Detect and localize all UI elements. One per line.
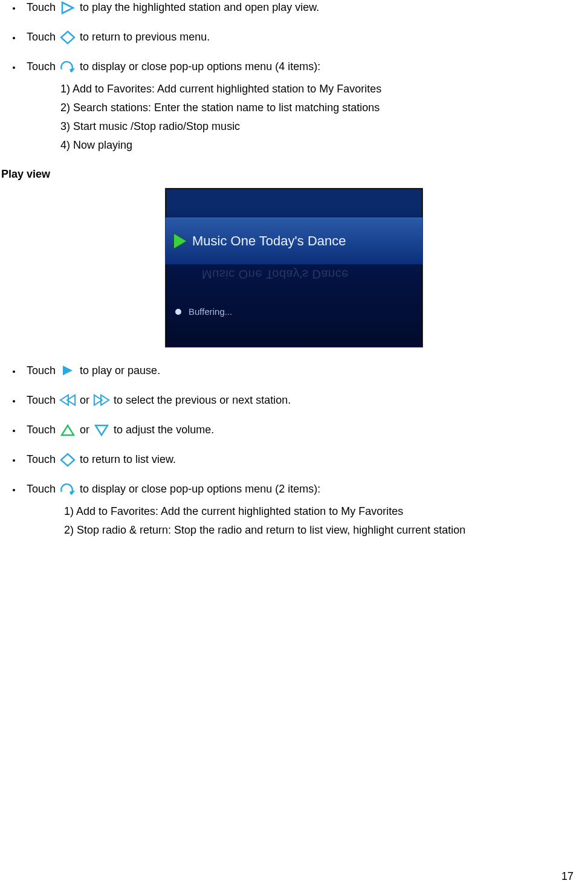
play-solid-icon — [59, 363, 76, 378]
list-number: 1) — [64, 505, 76, 517]
text: to return to list view. — [80, 452, 176, 467]
back-diamond-icon — [59, 453, 76, 467]
svg-marker-10 — [61, 454, 74, 466]
text: Touch — [27, 393, 56, 408]
text: Now playing — [73, 139, 132, 151]
next-icon — [93, 393, 110, 407]
row: Touch or to adjust the volume. — [27, 422, 588, 438]
text: Add to Favorites: Add current highlighte… — [73, 83, 381, 95]
text: Touch — [27, 0, 56, 15]
text: to display or close pop-up options menu … — [80, 59, 320, 74]
page-number: 17 — [561, 870, 573, 883]
svg-marker-0 — [62, 2, 73, 13]
player-screenshot: Music One Today's Dance Music One Today'… — [165, 188, 423, 347]
list-item: 2) Search stations: Enter the station na… — [57, 100, 588, 116]
text: Touch — [27, 363, 56, 378]
svg-marker-8 — [62, 425, 74, 435]
text: Add to Favorites: Add the current highli… — [76, 505, 403, 517]
list-number: 1) — [60, 83, 73, 95]
row: Touch to play or pause. — [27, 363, 588, 378]
play-icon — [174, 234, 186, 248]
vol-down-icon — [93, 423, 110, 438]
prev-icon — [59, 393, 76, 407]
text: to select the previous or next station. — [114, 393, 291, 408]
list-number: 2) — [64, 524, 77, 536]
status-text: Buffering... — [189, 306, 232, 317]
list-item: 3) Start music /Stop radio/Stop music — [57, 118, 588, 135]
screenshot-container: Music One Today's Dance Music One Today'… — [0, 188, 588, 347]
list-item: Touch to play or pause. — [22, 363, 588, 378]
play-outline-icon — [59, 1, 76, 15]
now-playing-strip: Music One Today's Dance Music One Today'… — [166, 218, 422, 265]
text: to return to previous menu. — [80, 30, 210, 45]
text: to adjust the volume. — [114, 422, 214, 438]
station-title-reflection: Music One Today's Dance — [202, 267, 349, 281]
options-arrow-icon — [59, 60, 76, 74]
list-number: 3) — [60, 120, 73, 132]
page: Touch to play the highlighted station an… — [0, 0, 588, 895]
list-item: Touch or to adjust the volume. — [22, 422, 588, 438]
list-item: 4) Now playing — [57, 137, 588, 153]
numbered-sublist-1: 1) Add to Favorites: Add current highlig… — [57, 81, 588, 153]
row: Touch to display or close pop-up options… — [27, 482, 588, 497]
list-item: Touch to return to list view. — [22, 452, 588, 467]
text: Start music /Stop radio/Stop music — [73, 120, 240, 132]
list-number: 2) — [60, 102, 73, 114]
list-item: 2) Stop radio & return: Stop the radio a… — [57, 522, 588, 538]
text: Stop radio & return: Stop the radio and … — [77, 524, 465, 536]
list-item: Touch or to select the previous or next … — [22, 393, 588, 408]
svg-marker-9 — [95, 425, 108, 435]
list-item: Touch to return to previous menu. — [22, 30, 588, 45]
text: to play the highlighted station and open… — [80, 0, 319, 15]
list-number: 4) — [60, 139, 73, 151]
list-item: Touch to display or close pop-up options… — [22, 59, 588, 153]
text: Touch — [27, 422, 56, 438]
svg-marker-1 — [61, 31, 74, 44]
numbered-sublist-2: 1) Add to Favorites: Add the current hig… — [57, 503, 588, 538]
list-item: 1) Add to Favorites: Add current highlig… — [57, 81, 588, 97]
text: Touch — [27, 30, 56, 45]
bullet-list-2: Touch to play or pause. Touch or to sele… — [0, 363, 588, 538]
row: Touch or to select the previous or next … — [27, 393, 588, 408]
text: Touch — [27, 482, 56, 497]
list-item: 1) Add to Favorites: Add the current hig… — [57, 503, 588, 520]
svg-marker-11 — [69, 491, 75, 495]
text: or — [80, 422, 89, 438]
play-view-heading: Play view — [1, 168, 588, 181]
row: Touch to return to list view. — [27, 452, 588, 467]
text: Touch — [27, 59, 56, 74]
options-arrow-icon — [59, 482, 76, 497]
bullet-list-1: Touch to play the highlighted station an… — [0, 0, 588, 153]
vol-up-icon — [59, 423, 76, 438]
status-dot-icon — [175, 309, 181, 315]
text: Touch — [27, 452, 56, 467]
station-title: Music One Today's Dance — [192, 233, 346, 249]
text: to display or close pop-up options menu … — [80, 482, 320, 497]
back-diamond-icon — [59, 30, 76, 45]
svg-marker-2 — [69, 68, 75, 73]
text: or — [80, 393, 89, 408]
status-row: Buffering... — [166, 303, 422, 320]
text: to play or pause. — [80, 363, 160, 378]
list-item: Touch to play the highlighted station an… — [22, 0, 588, 15]
text: Search stations: Enter the station name … — [73, 102, 380, 114]
svg-marker-3 — [63, 366, 73, 375]
list-item: Touch to display or close pop-up options… — [22, 482, 588, 538]
